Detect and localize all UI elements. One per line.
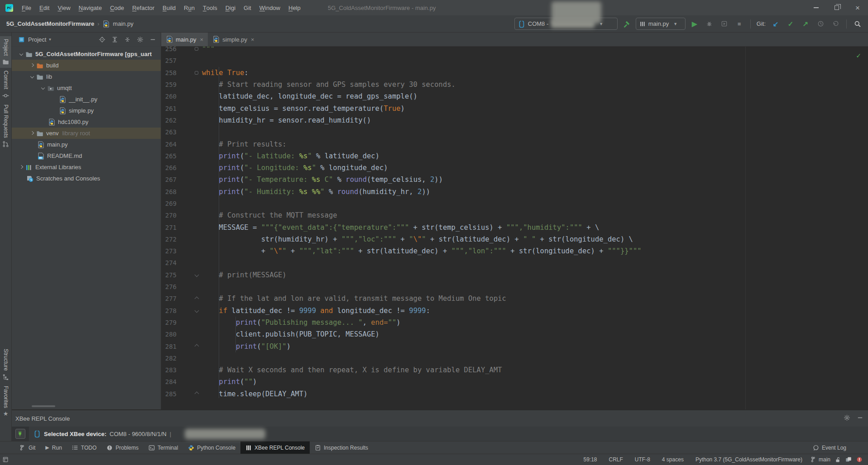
code-line-271[interactable]: 271 MESSAGE = """{"event_data":{"tempera…: [161, 221, 868, 233]
connect-device-button[interactable]: [15, 429, 25, 439]
tool-button-favorites[interactable]: Favorites★: [0, 383, 11, 419]
menu-code[interactable]: Code: [106, 0, 128, 15]
console-settings-button[interactable]: [844, 414, 850, 423]
close-button[interactable]: ×: [847, 0, 868, 15]
tree-item-main-py[interactable]: main.py: [12, 139, 161, 150]
fold-marker[interactable]: [177, 297, 202, 300]
event-log-button[interactable]: Event Log: [813, 441, 868, 454]
menu-view[interactable]: View: [53, 0, 74, 15]
coverage-button[interactable]: [719, 18, 730, 30]
fold-marker[interactable]: [177, 273, 202, 276]
tool-button-project[interactable]: Project: [0, 36, 11, 68]
horizontal-scrollbar[interactable]: [32, 405, 55, 407]
git-update-button[interactable]: ↙: [770, 18, 782, 30]
panel-settings-button[interactable]: [134, 34, 145, 45]
code-line-258[interactable]: 258 while True:: [161, 67, 868, 79]
menu-window[interactable]: Window: [255, 0, 284, 15]
tree-item-simple-py[interactable]: simple.py: [12, 105, 161, 116]
tree-item-readme-md[interactable]: MDREADME.md: [12, 150, 161, 161]
status-interpreter[interactable]: Python 3.7 (5G_ColdAssetMonitorFirmware): [695, 456, 802, 463]
code-line-270[interactable]: 270 # Construct the MQTT message: [161, 209, 868, 221]
tree-item-lib[interactable]: lib: [12, 71, 161, 82]
inspection-ok-icon[interactable]: ✓: [856, 51, 861, 60]
tree-item-umqtt[interactable]: umqtt: [12, 82, 161, 94]
tool-button-structure[interactable]: Structure: [0, 346, 11, 383]
history-button[interactable]: [815, 18, 826, 30]
code-line-263[interactable]: 263: [161, 126, 868, 138]
code-line-269[interactable]: 269: [161, 198, 868, 209]
tree-item-init-py[interactable]: __init__.py: [12, 94, 161, 105]
build-button[interactable]: [621, 18, 633, 30]
code-line-281[interactable]: 281 print("[OK]"): [161, 340, 868, 352]
code-line-259[interactable]: 259 # Start reading sensor and GPS sampl…: [161, 79, 868, 90]
stop-button[interactable]: ■: [734, 18, 745, 30]
tab-main-py[interactable]: main.py ×: [161, 33, 208, 46]
locate-file-button[interactable]: [96, 34, 107, 45]
code-line-277[interactable]: 277 # If the lat and lon are valid, tran…: [161, 293, 868, 304]
code-line-278[interactable]: 278 if latitude_dec != 9999 and longitud…: [161, 305, 868, 317]
fold-marker[interactable]: [177, 309, 202, 312]
toolwindow-tab-run[interactable]: ▶Run: [40, 441, 67, 454]
toolwindow-tab-python-console[interactable]: Python Console: [183, 441, 240, 454]
chevron-down-icon[interactable]: [17, 50, 25, 58]
git-push-button[interactable]: ↗: [800, 18, 811, 30]
code-line-261[interactable]: 261 temp_celsius = sensor.read_temperatu…: [161, 102, 868, 114]
breadcrumb-project[interactable]: 5G_ColdAssetMonitorFirmware: [6, 20, 94, 27]
toolwindow-tab-terminal[interactable]: Terminal: [144, 441, 183, 454]
tree-item-hdc1080-py[interactable]: hdc1080.py: [12, 116, 161, 128]
code-line-257[interactable]: 257: [161, 55, 868, 66]
chevron-right-icon[interactable]: [17, 163, 25, 171]
status-caret-position[interactable]: 59:18: [583, 456, 597, 463]
code-line-280[interactable]: 280 client.publish(PUB_TOPIC, MESSAGE): [161, 328, 868, 340]
chevron-right-icon[interactable]: [28, 129, 36, 138]
fold-marker[interactable]: [177, 345, 202, 348]
screens-icon[interactable]: [845, 456, 852, 463]
menu-git[interactable]: Git: [240, 0, 255, 15]
code-line-272[interactable]: 272 str(humidity_hr) + ""","loc":""" + "…: [161, 233, 868, 245]
code-line-282[interactable]: 282: [161, 352, 868, 364]
tool-button-pull-requests[interactable]: Pull Requests: [0, 102, 11, 150]
close-icon[interactable]: ×: [251, 36, 254, 43]
tree-item-venv[interactable]: venvlibrary root: [12, 128, 161, 139]
code-line-274[interactable]: 274: [161, 257, 868, 269]
tree-item-external-libraries[interactable]: External Libraries: [12, 161, 161, 173]
console-minimize-button[interactable]: [857, 414, 863, 423]
debug-button[interactable]: [704, 18, 715, 30]
code-line-264[interactable]: 264 # Print results:: [161, 138, 868, 150]
tab-simple-py[interactable]: simple.py ×: [208, 33, 259, 46]
search-everywhere-button[interactable]: [852, 18, 863, 30]
menu-edit[interactable]: Edit: [35, 0, 53, 15]
run-button[interactable]: ▶: [689, 18, 700, 30]
toolwindow-tab-inspection-results[interactable]: Inspection Results: [310, 441, 373, 454]
run-config-selector[interactable]: main.py ▼: [636, 18, 686, 30]
code-line-279[interactable]: 279 print("Publishing message... ", end=…: [161, 317, 868, 328]
code-line-262[interactable]: 262 humidity_hr = sensor.read_humidity(): [161, 114, 868, 126]
collapse-all-button[interactable]: [122, 34, 133, 45]
chevron-down-icon[interactable]: [39, 84, 47, 92]
menu-tools[interactable]: Tools: [199, 0, 221, 15]
menu-help[interactable]: Help: [284, 0, 305, 15]
chevron-down-icon[interactable]: [28, 73, 36, 81]
status-indent-style[interactable]: 4 spaces: [662, 456, 684, 463]
restore-button[interactable]: [826, 0, 847, 15]
code-line-284[interactable]: 284 print(""): [161, 376, 868, 388]
project-panel-title[interactable]: Project: [28, 36, 46, 43]
unlock-icon[interactable]: [835, 457, 841, 463]
tool-windows-icon[interactable]: [3, 456, 9, 463]
toolwindow-tab-git[interactable]: Git: [14, 441, 40, 454]
fold-marker[interactable]: [177, 47, 202, 51]
code-line-266[interactable]: 266 print("- Longitude: %s" % longitude_…: [161, 162, 868, 174]
minimize-button[interactable]: [806, 0, 826, 15]
menu-refactor[interactable]: Refactor: [128, 0, 158, 15]
code-line-260[interactable]: 260 latitude_dec, longitude_dec = read_g…: [161, 90, 868, 102]
hide-panel-button[interactable]: [147, 34, 158, 45]
menu-digi[interactable]: Digi: [221, 0, 240, 15]
fold-marker[interactable]: [177, 392, 202, 395]
code-area[interactable]: 256 """ 257 258 while True: 259 # Start …: [161, 47, 868, 409]
fold-marker[interactable]: [177, 71, 202, 75]
code-line-268[interactable]: 268 print("- Humidity: %s %%" % round(hu…: [161, 186, 868, 198]
menu-run[interactable]: Run: [180, 0, 199, 15]
status-encoding[interactable]: UTF-8: [635, 456, 650, 463]
chevron-right-icon[interactable]: [28, 62, 36, 70]
code-line-273[interactable]: 273 + "\"" + ""","lat":""" + str(latitud…: [161, 245, 868, 257]
